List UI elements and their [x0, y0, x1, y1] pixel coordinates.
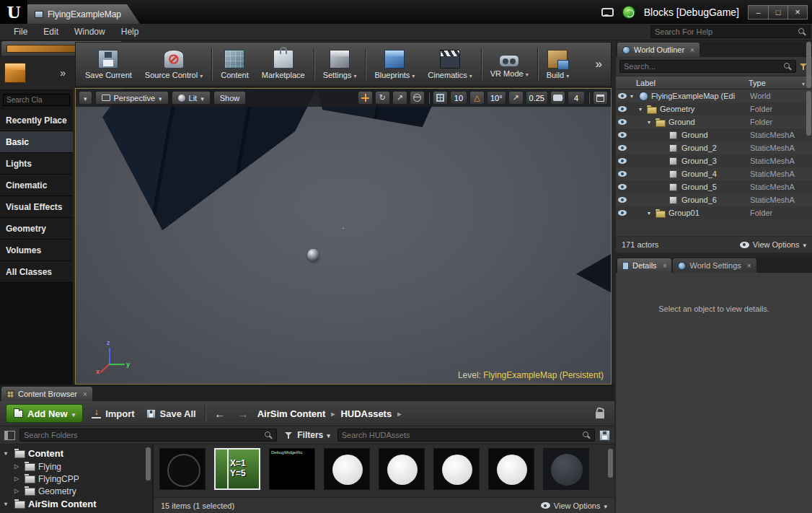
viewport-options-dropdown[interactable]: [79, 91, 92, 105]
level-tab[interactable]: FlyingExampleMap: [27, 4, 140, 24]
camera-speed-value[interactable]: 4: [568, 91, 585, 105]
save-search-icon[interactable]: [599, 430, 610, 441]
close-icon[interactable]: [690, 46, 694, 54]
outliner-row-ground-6-8[interactable]: Ground_6StaticMeshA: [616, 193, 812, 206]
scene-sphere-actor[interactable]: [307, 249, 319, 261]
maximize-viewport-button[interactable]: [593, 91, 608, 105]
rotation-snap-toggle[interactable]: [469, 91, 485, 105]
close-icon[interactable]: [747, 262, 751, 270]
toolbar-button-content[interactable]: Content: [214, 45, 255, 84]
visibility-eye-icon[interactable]: [616, 106, 629, 112]
toolbar-button-source-control[interactable]: Source Control: [138, 45, 209, 84]
expand-arrow-icon[interactable]: [648, 210, 656, 216]
expand-arrow-icon[interactable]: [639, 106, 647, 113]
visibility-eye-icon[interactable]: [616, 145, 629, 151]
asset-white-circle-2[interactable]: [379, 448, 426, 497]
close-icon[interactable]: [83, 390, 87, 398]
asset-green-crosshair[interactable]: X=1Y=5: [214, 448, 262, 497]
tab-details[interactable]: Details: [617, 258, 671, 273]
visibility-eye-icon[interactable]: [616, 119, 629, 125]
lock-icon[interactable]: [596, 412, 604, 418]
asset-scrollbar[interactable]: [608, 449, 613, 478]
sources-panel-toggle-icon[interactable]: [4, 431, 15, 440]
visibility-eye-icon[interactable]: [616, 171, 629, 177]
column-type[interactable]: Type: [749, 79, 812, 87]
column-label[interactable]: Label: [616, 79, 749, 87]
visibility-eye-icon[interactable]: [616, 197, 629, 203]
forward-button[interactable]: [234, 405, 252, 421]
outliner-row-group01-9[interactable]: Group01Folder: [616, 206, 812, 219]
scene-block-left[interactable]: [102, 89, 317, 230]
mode-category-visual-effects[interactable]: Visual Effects: [0, 196, 73, 218]
tree-item-flying[interactable]: Flying: [0, 460, 152, 473]
world-local-toggle-button[interactable]: [410, 91, 425, 105]
camera-speed-button[interactable]: [550, 91, 565, 105]
visibility-eye-icon[interactable]: [616, 158, 629, 164]
outliner-search-input[interactable]: [624, 62, 781, 71]
expand-arrow-icon[interactable]: [648, 119, 656, 126]
modes-expander-button[interactable]: [57, 66, 69, 80]
mode-category-lights[interactable]: Lights: [0, 153, 73, 175]
tree-item-flyingcpp[interactable]: FlyingCPP: [0, 473, 152, 485]
menu-item-help[interactable]: Help: [113, 25, 147, 39]
grid-snap-value[interactable]: 10: [450, 91, 467, 105]
rotate-tool-button[interactable]: [375, 91, 390, 105]
chat-bubble-icon[interactable]: [601, 8, 614, 17]
tab-content-browser[interactable]: Content Browser: [1, 387, 92, 401]
asset-white-circle-4[interactable]: [488, 448, 536, 497]
mode-category-cinematic[interactable]: Cinematic: [0, 175, 73, 196]
show-button[interactable]: Show: [213, 91, 247, 105]
tree-arrow-icon[interactable]: [4, 450, 11, 457]
save-all-button[interactable]: Save All: [144, 408, 199, 419]
outliner-row-flyingexamplemap-edi-0[interactable]: FlyingExampleMap (EdiWorld: [616, 89, 812, 102]
back-button[interactable]: [211, 405, 229, 421]
tree-arrow-icon[interactable]: [4, 501, 11, 507]
outliner-row-ground-3[interactable]: GroundStaticMeshA: [616, 128, 812, 141]
help-search-input[interactable]: [655, 27, 795, 36]
perspective-button[interactable]: Perspective: [95, 91, 169, 105]
menu-item-edit[interactable]: Edit: [35, 25, 66, 39]
mode-category-geometry[interactable]: Geometry: [0, 218, 73, 240]
menu-item-window[interactable]: Window: [66, 25, 113, 39]
tree-arrow-icon[interactable]: [14, 488, 21, 494]
rotation-snap-value[interactable]: 10°: [487, 91, 506, 105]
toolbar-overflow-button[interactable]: »: [590, 57, 608, 71]
add-new-button[interactable]: Add New: [6, 404, 83, 423]
tree-arrow-icon[interactable]: [14, 463, 21, 470]
asset-gray-circle[interactable]: [543, 448, 591, 497]
move-tool-button[interactable]: [358, 91, 373, 105]
asset-white-circle-3[interactable]: [433, 448, 481, 497]
asset-white-circle-1[interactable]: [324, 448, 371, 497]
toolbar-button-save-current[interactable]: Save Current: [79, 45, 138, 84]
expand-arrow-icon[interactable]: [630, 93, 638, 100]
asset-debug-widget[interactable]: DebugWidgetNc: [269, 448, 317, 497]
outliner-scrollbar[interactable]: [806, 91, 811, 136]
launcher-status-icon[interactable]: [622, 6, 635, 19]
minimize-button[interactable]: [749, 6, 768, 19]
scale-tool-button[interactable]: [392, 91, 407, 105]
scale-snap-toggle[interactable]: [508, 91, 524, 105]
asset-black-circle[interactable]: [159, 448, 207, 497]
outliner-row-ground-5-7[interactable]: Ground_5StaticMeshA: [616, 180, 812, 193]
maximize-button[interactable]: [768, 6, 787, 19]
toolbar-button-cinematics[interactable]: Cinematics: [421, 45, 478, 84]
mode-category-basic[interactable]: Basic: [0, 131, 73, 153]
close-icon[interactable]: [663, 262, 667, 270]
toolbar-button-settings[interactable]: Settings: [317, 45, 363, 84]
visibility-eye-icon[interactable]: [616, 184, 629, 190]
grid-snap-toggle[interactable]: [433, 91, 448, 105]
view-options-button[interactable]: View Options: [541, 501, 607, 510]
lit-button[interactable]: Lit: [172, 91, 211, 105]
tree-scrollbar[interactable]: [146, 447, 151, 481]
outliner-row-geometry-1[interactable]: GeometryFolder: [616, 102, 812, 115]
tab-world-settings[interactable]: World Settings: [673, 258, 756, 273]
outliner-row-ground-2[interactable]: GroundFolder: [616, 115, 812, 128]
toolbar-button-blueprints[interactable]: Blueprints: [368, 45, 421, 84]
outliner-view-options-button[interactable]: View Options: [740, 240, 806, 249]
search-folders-input[interactable]: [24, 431, 262, 439]
tree-item-geometry[interactable]: Geometry: [0, 485, 152, 497]
tree-item-content[interactable]: Content: [0, 447, 152, 460]
mode-category-volumes[interactable]: Volumes: [0, 240, 73, 261]
toolbar-button-vr-mode[interactable]: VR Mode: [484, 45, 535, 84]
visibility-eye-icon[interactable]: [616, 210, 629, 216]
